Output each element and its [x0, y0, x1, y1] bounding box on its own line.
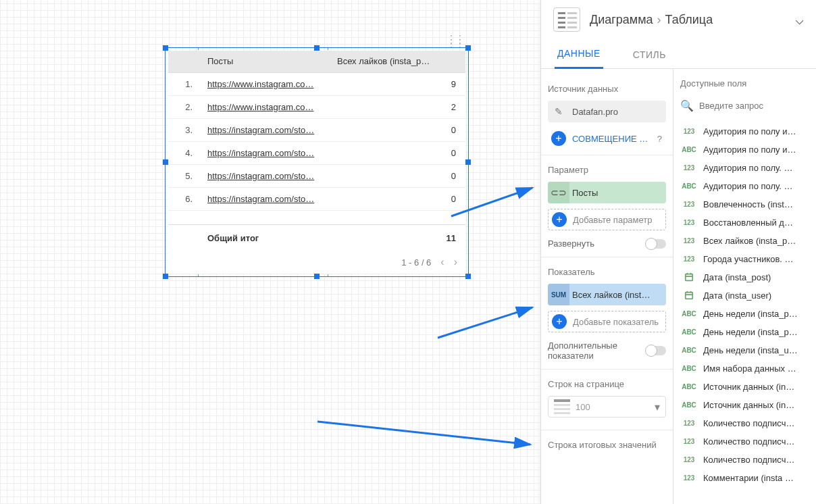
expand-toggle[interactable]	[646, 239, 666, 249]
resize-handle[interactable]	[163, 274, 168, 279]
field-item[interactable]: Дата (insta_post)	[680, 268, 816, 286]
field-item[interactable]: ABCДень недели (insta_p…	[680, 323, 816, 341]
row-url[interactable]: https://instagram.com/sto…	[201, 148, 330, 158]
field-name: Аудитория по полу. …	[703, 181, 811, 191]
svg-line-1	[438, 307, 532, 338]
field-item[interactable]: 123Аудитория по полу. …	[680, 159, 816, 177]
blend-data-button[interactable]: +СОВМЕЩЕНИЕ ДАНН?	[548, 128, 666, 149]
field-item[interactable]: 123Вовлеченность (inst…	[680, 195, 816, 213]
table-type-icon[interactable]	[553, 7, 580, 32]
drag-handle-icon[interactable]: ⋮⋮⋮⋮	[446, 38, 463, 46]
field-item[interactable]: 123Комментарии (insta …	[680, 469, 816, 487]
resize-handle[interactable]	[163, 45, 168, 51]
field-item[interactable]: Дата (insta_user)	[680, 286, 816, 305]
resize-handle[interactable]	[465, 159, 471, 165]
resize-handle[interactable]	[314, 274, 320, 279]
field-name: Источник данных (in…	[703, 400, 811, 410]
field-item[interactable]: ABCИмя набора данных …	[680, 359, 816, 378]
svg-rect-7	[686, 292, 693, 299]
table-header: Посты Всех лайков (insta_p…	[168, 51, 465, 73]
row-index: 3.	[168, 125, 201, 135]
table-widget[interactable]: Посты Всех лайков (insta_p… 1.https://ww…	[168, 51, 465, 274]
resize-handle[interactable]	[163, 159, 168, 165]
data-source-name: Datafan.pro	[569, 107, 666, 117]
row-value: 0	[330, 148, 465, 158]
properties-panel: Диаграмма›Таблица ⌵ ДАННЫЕ СТИЛЬ Источни…	[540, 0, 816, 504]
tab-style[interactable]: СТИЛЬ	[630, 41, 669, 68]
rows-per-page-heading: Строк на странице	[548, 379, 666, 389]
breadcrumb-chart[interactable]: Диаграмма	[590, 13, 653, 26]
field-item[interactable]: 123Количество подписч…	[680, 414, 816, 432]
rows-per-page-select[interactable]: 100▾	[548, 396, 666, 418]
data-source-heading: Источник данных	[548, 84, 666, 94]
search-icon: 🔍	[680, 99, 694, 112]
field-name: День недели (insta_p…	[703, 309, 811, 319]
row-value: 0	[330, 171, 465, 181]
col-posts[interactable]: Посты	[201, 51, 330, 72]
row-url[interactable]: https://instagram.com/sto…	[201, 194, 330, 204]
col-likes[interactable]: Всех лайков (insta_p…	[330, 51, 465, 72]
resize-handle[interactable]	[465, 45, 471, 51]
pager-next-icon[interactable]: ›	[454, 256, 457, 268]
available-fields-column: Доступные поля 🔍 123Аудитория по полу и……	[673, 69, 816, 504]
field-item[interactable]: 123Города участников. …	[680, 250, 816, 268]
panel-header: Диаграмма›Таблица ⌵	[541, 0, 816, 39]
field-item[interactable]: 123Количество подписч…	[680, 432, 816, 451]
field-name: Количество подписч…	[703, 436, 811, 447]
plus-icon: +	[551, 131, 566, 146]
field-item[interactable]: ABCАудитория по полу. …	[680, 177, 816, 195]
field-item[interactable]: ABCИсточник данных (in…	[680, 378, 816, 396]
table-row[interactable]: 6.https://instagram.com/sto…0	[168, 188, 465, 211]
resize-handle[interactable]	[314, 45, 320, 51]
field-name: День недели (insta_p…	[703, 327, 811, 337]
table-selection-box[interactable]: Посты Всех лайков (insta_p… 1.https://ww…	[165, 47, 469, 277]
add-dimension-button[interactable]: +Добавьте параметр	[548, 209, 666, 230]
field-item[interactable]: ABCАудитория по полу и…	[680, 141, 816, 159]
field-item[interactable]: 123Всех лайков (insta_p…	[680, 232, 816, 250]
table-row[interactable]: 1.https://www.instagram.co…9	[168, 73, 465, 96]
row-url[interactable]: https://instagram.com/sto…	[201, 125, 330, 135]
field-item[interactable]: ABCИсточник данных (in…	[680, 396, 816, 414]
row-url[interactable]: https://www.instagram.co…	[201, 102, 330, 112]
dropdown-icon: ▾	[649, 401, 665, 413]
report-canvas[interactable]: ⋮⋮⋮⋮ Посты Всех лайков (insta_p… 1.https…	[0, 0, 540, 504]
dimension-chip[interactable]: ⊂⊃Посты	[548, 182, 666, 203]
field-name: Аудитория по полу и…	[703, 145, 811, 155]
tab-data[interactable]: ДАННЫЕ	[555, 40, 603, 69]
pager-range: 1 - 6 / 6	[401, 257, 431, 268]
add-metric-button[interactable]: +Добавьте показатель	[548, 311, 666, 332]
pencil-icon: ✎	[548, 101, 569, 122]
breadcrumb-table[interactable]: Таблица	[665, 13, 713, 26]
row-url[interactable]: https://instagram.com/sto…	[201, 171, 330, 181]
optional-metrics-label: Дополнительные показатели	[548, 341, 629, 361]
field-item[interactable]: ABCДень недели (insta_p…	[680, 305, 816, 323]
table-row[interactable]: 5.https://instagram.com/sto…0	[168, 165, 465, 188]
total-label: Общий итог	[201, 233, 330, 243]
row-value: 0	[330, 194, 465, 204]
fields-search-input[interactable]	[699, 101, 813, 111]
properties-column: Источник данных ✎Datafan.pro +СОВМЕЩЕНИЕ…	[541, 69, 673, 504]
field-name: Количество подписч…	[703, 418, 811, 428]
expand-toggle-row: Развернуть	[548, 238, 666, 249]
field-item[interactable]: 123Восстановленный д…	[680, 213, 816, 232]
table-row[interactable]: 4.https://instagram.com/sto…0	[168, 142, 465, 165]
pager-prev-icon[interactable]: ‹	[440, 256, 444, 268]
field-item[interactable]: 123Количество подписч…	[680, 451, 816, 469]
resize-handle[interactable]	[465, 274, 471, 279]
optional-metrics-toggle[interactable]	[646, 346, 666, 355]
chevron-down-icon[interactable]: ⌵	[795, 11, 804, 28]
field-item[interactable]: ABCДень недели (insta_u…	[680, 341, 816, 359]
rows-value: 100	[576, 402, 649, 412]
field-name: Количество подписч…	[703, 455, 811, 465]
table-row[interactable]: 2.https://www.instagram.co…2	[168, 96, 465, 119]
help-icon[interactable]: ?	[657, 134, 666, 144]
field-name: Имя набора данных …	[703, 363, 811, 374]
table-row[interactable]: 3.https://instagram.com/sto…0	[168, 119, 465, 142]
row-url[interactable]: https://www.instagram.co…	[201, 79, 330, 89]
row-index: 1.	[168, 79, 201, 89]
row-index: 6.	[168, 194, 201, 204]
metric-chip[interactable]: SUMВсех лайков (inst…	[548, 284, 666, 305]
field-name: Аудитория по полу и…	[703, 126, 811, 136]
data-source-chip[interactable]: ✎Datafan.pro	[548, 101, 666, 122]
field-item[interactable]: 123Аудитория по полу и…	[680, 122, 816, 141]
